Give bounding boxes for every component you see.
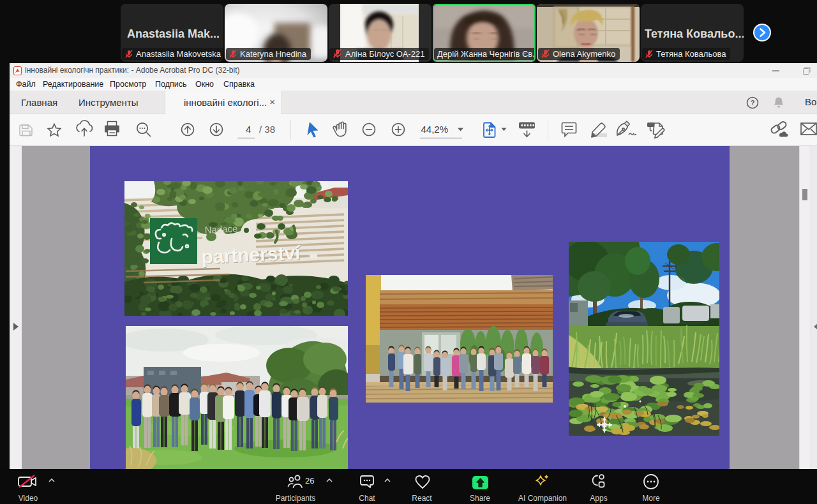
svg-text:?: ? — [751, 99, 755, 107]
svg-text:44,2%: 44,2% — [421, 124, 448, 135]
svg-text:partnerství: partnerství — [201, 242, 302, 267]
svg-text:4: 4 — [246, 124, 251, 135]
svg-text:/ 38: / 38 — [259, 124, 275, 135]
svg-text:Nadace: Nadace — [204, 223, 238, 235]
